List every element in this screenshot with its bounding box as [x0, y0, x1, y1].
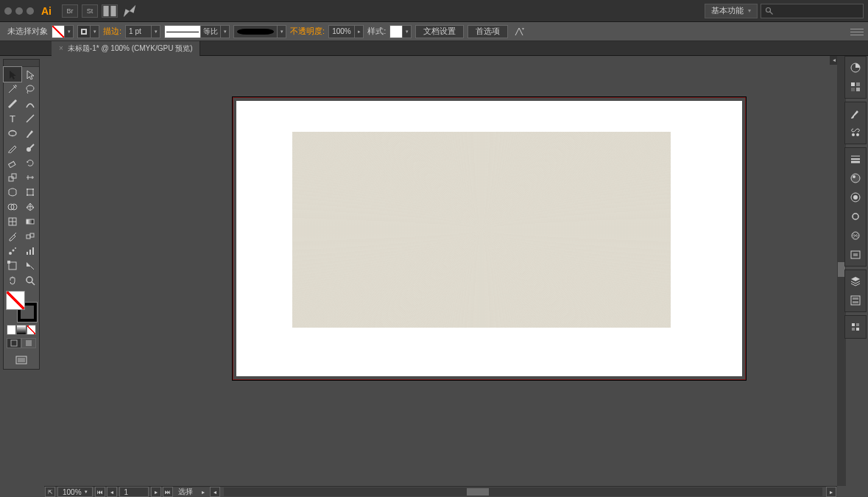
magic-wand-tool[interactable] — [4, 82, 21, 96]
stroke-label[interactable]: 描边: — [103, 26, 121, 37]
search-input[interactable] — [761, 4, 864, 18]
stroke-profile[interactable]: 等比▾ — [164, 25, 230, 38]
scroll-right-button[interactable]: ▸ — [826, 487, 836, 497]
gradient-tool[interactable] — [21, 214, 39, 229]
workspace-switcher[interactable]: 基本功能 ▾ — [705, 4, 758, 18]
horizontal-scrollbar[interactable] — [224, 487, 822, 496]
appearance-panel-icon[interactable] — [845, 169, 866, 188]
gpu-icon[interactable] — [121, 4, 138, 18]
svg-rect-58 — [851, 296, 860, 305]
color-mode-none[interactable] — [27, 325, 36, 335]
toolbox-grip[interactable] — [4, 60, 39, 67]
fill-swatch[interactable]: ▾ — [52, 25, 74, 38]
eyedropper-tool[interactable] — [4, 229, 21, 244]
status-menu-icon[interactable]: ▸ — [198, 487, 208, 497]
slice-tool[interactable] — [21, 258, 39, 273]
close-window[interactable] — [4, 7, 12, 15]
pen-tool[interactable] — [4, 96, 21, 111]
graphic-styles-panel-icon[interactable] — [845, 188, 866, 207]
artboard-tool[interactable] — [4, 258, 21, 273]
swatches-panel-icon[interactable] — [845, 77, 866, 96]
opacity-label[interactable]: 不透明度: — [290, 26, 325, 37]
width-tool[interactable] — [21, 170, 39, 185]
screen-mode-button[interactable] — [4, 351, 39, 369]
fill-stroke-control[interactable] — [6, 291, 37, 322]
svg-rect-33 — [7, 261, 10, 264]
bridge-icon[interactable]: Br — [62, 4, 78, 18]
symbols-panel-icon[interactable] — [845, 123, 866, 142]
type-tool[interactable]: T — [4, 111, 21, 126]
actions-panel-icon[interactable] — [845, 317, 866, 336]
placed-rectangle[interactable] — [292, 132, 671, 328]
align-to-icon[interactable]: ▾ — [512, 25, 526, 38]
transparency-panel-panel-icon[interactable] — [845, 226, 866, 245]
curvature-tool[interactable] — [21, 96, 39, 111]
fill-color-box[interactable] — [6, 291, 25, 310]
last-artboard-button[interactable]: ⏭ — [163, 487, 173, 497]
stroke-swatch[interactable]: ▾ — [77, 25, 99, 38]
graphic-style[interactable]: ▾ — [389, 25, 412, 38]
minimize-window[interactable] — [15, 7, 23, 15]
brushes-panel-icon[interactable] — [845, 104, 866, 123]
cc-libraries-panel-icon[interactable] — [845, 207, 866, 226]
canvas[interactable]: ◂ — [44, 56, 839, 486]
artboard-number-field[interactable]: 1 — [119, 487, 149, 497]
layers-panel-icon[interactable] — [845, 272, 866, 291]
warp-tool[interactable] — [4, 185, 21, 200]
ellipse-tool[interactable] — [4, 126, 21, 141]
arrange-docs-icon[interactable] — [102, 4, 118, 18]
brush-definition[interactable]: ▾ — [233, 25, 286, 38]
color-mode-gradient[interactable] — [16, 325, 26, 335]
zoom-tool[interactable] — [21, 273, 39, 288]
preferences-button[interactable]: 首选项 — [467, 25, 508, 38]
document-setup-button[interactable]: 文档设置 — [415, 25, 464, 38]
rotate-tool[interactable] — [21, 155, 39, 170]
svg-point-46 — [852, 133, 855, 136]
align-panel-icon[interactable] — [845, 245, 866, 264]
prev-artboard-button[interactable]: ◂ — [107, 487, 117, 497]
zoom-field[interactable]: 100%▾ — [57, 487, 93, 497]
brush-tool[interactable] — [21, 126, 39, 141]
mesh-tool[interactable] — [4, 214, 21, 229]
maximize-window[interactable] — [27, 7, 34, 15]
symbol-spray-tool[interactable] — [4, 244, 21, 258]
document-tab[interactable]: × 未标题-1* @ 100% (CMYK/GPU 预览) — [52, 41, 200, 56]
color-mode-solid[interactable] — [7, 325, 16, 335]
scale-tool[interactable] — [4, 170, 21, 185]
lasso-tool[interactable] — [21, 82, 39, 96]
hand-tool[interactable] — [4, 273, 21, 288]
svg-rect-57 — [853, 253, 858, 256]
perspective-tool[interactable] — [21, 200, 39, 214]
scroll-left-button[interactable]: ◂ — [210, 487, 220, 497]
blend-tool[interactable] — [21, 229, 39, 244]
line-tool[interactable] — [21, 111, 39, 126]
stock-icon[interactable]: St — [82, 4, 98, 18]
close-tab-icon[interactable]: × — [59, 44, 63, 52]
opacity-input[interactable]: 100%▸ — [328, 25, 364, 38]
direct-selection-tool[interactable] — [21, 67, 39, 82]
svg-rect-62 — [856, 323, 859, 326]
svg-rect-59 — [853, 297, 858, 300]
export-icon[interactable]: ⇱ — [45, 487, 55, 497]
draw-behind[interactable] — [21, 338, 36, 348]
stroke-panel-panel-icon[interactable] — [845, 149, 866, 169]
blob-tool[interactable] — [21, 141, 39, 155]
statusbar: ⇱ 100%▾ ⏮ ◂ 1 ▸ ⏭ 选择 ▸ ◂ ▸ — [44, 486, 837, 497]
free-transform-tool[interactable] — [21, 185, 39, 200]
svg-rect-11 — [9, 177, 13, 181]
selection-tool[interactable] — [4, 67, 21, 82]
color-panel-icon[interactable] — [845, 58, 866, 77]
color-mode-row — [7, 325, 36, 336]
pencil-tool[interactable] — [4, 141, 21, 155]
artboard[interactable] — [236, 101, 742, 376]
assets-panel-icon[interactable] — [845, 291, 866, 310]
controlbar-menu-icon[interactable] — [850, 27, 864, 37]
shape-builder-tool[interactable] — [4, 200, 21, 214]
stroke-weight-input[interactable]: 1 pt▾ — [125, 25, 160, 38]
draw-normal[interactable] — [7, 338, 21, 348]
next-artboard-button[interactable]: ▸ — [151, 487, 161, 497]
graph-tool[interactable] — [21, 244, 39, 258]
first-artboard-button[interactable]: ⏮ — [95, 487, 105, 497]
eraser-tool[interactable] — [4, 155, 21, 170]
svg-rect-12 — [12, 174, 16, 178]
